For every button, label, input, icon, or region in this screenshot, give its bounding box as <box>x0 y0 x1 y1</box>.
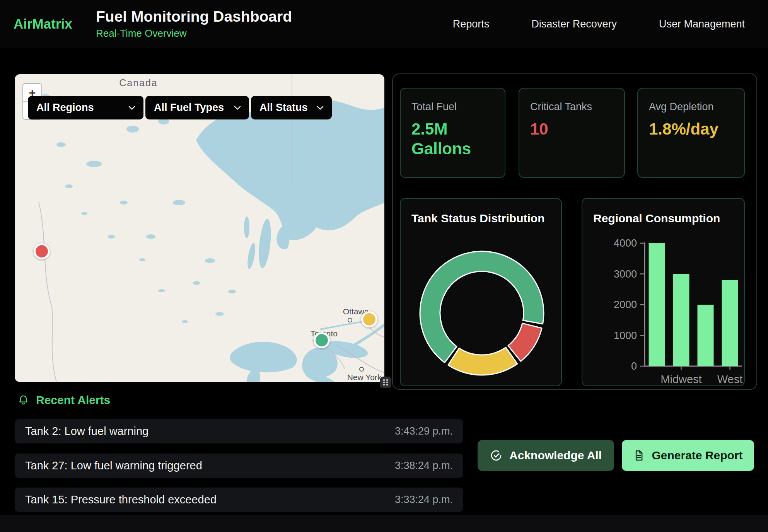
y-tick-label: 0 <box>631 360 637 372</box>
alert-text: Tank 27: Low fuel warning triggered <box>25 459 202 472</box>
footer-strip <box>0 515 768 532</box>
header: AirMatrix Fuel Monitoring Dashboard Real… <box>0 0 768 48</box>
generate-report-button[interactable]: Generate Report <box>622 440 754 471</box>
tank-marker-normal[interactable] <box>314 332 330 348</box>
tank-marker-warning[interactable] <box>361 311 377 327</box>
map-label-country: Canada <box>111 77 166 89</box>
nav-item-disaster-recovery[interactable]: Disaster Recovery <box>531 18 617 30</box>
alert-timestamp: 3:43:29 p.m. <box>395 425 453 437</box>
chevron-down-icon <box>234 106 241 110</box>
donut-chart-card: Tank Status Distribution <box>400 198 562 386</box>
alert-row[interactable]: Tank 2: Low fuel warning3:43:29 p.m. <box>15 419 463 443</box>
alert-row[interactable]: Tank 15: Pressure threshold exceeded3:33… <box>15 488 463 512</box>
stat-value: 2.5M Gallons <box>411 119 483 159</box>
nav-item-user-management[interactable]: User Management <box>659 18 745 30</box>
y-tick-label: 3000 <box>614 268 637 280</box>
check-circle-icon <box>490 449 502 462</box>
stat-label: Avg Depletion <box>649 101 733 113</box>
stat-card-total-fuel: Total Fuel2.5M Gallons <box>400 88 505 178</box>
page-title: Fuel Monitoring Dashboard <box>96 9 292 25</box>
grip-dots-icon <box>380 377 391 388</box>
donut-segment-warning <box>448 347 517 375</box>
regional-consumption-bar-chart: 01000200030004000MidwestWest <box>582 199 745 386</box>
map-label-city: New York <box>345 373 384 382</box>
acknowledge-all-button[interactable]: Acknowledge All <box>478 440 614 471</box>
nav-item-reports[interactable]: Reports <box>453 18 490 30</box>
alert-timestamp: 3:38:24 p.m. <box>395 460 453 472</box>
brand-logo[interactable]: AirMatrix <box>14 16 96 32</box>
acknowledge-all-label: Acknowledge All <box>509 449 602 462</box>
filter-dropdown-all-regions[interactable]: All Regions <box>28 96 143 119</box>
bar-region-1 <box>673 274 689 367</box>
bar-chart-card: Regional Consumption 01000200030004000Mi… <box>582 198 745 386</box>
stat-value: 10 <box>530 119 602 139</box>
stat-card-critical-tanks: Critical Tanks10 <box>519 88 625 178</box>
alerts-title: Recent Alerts <box>36 394 110 407</box>
alert-timestamp: 3:33:24 p.m. <box>395 494 453 506</box>
map-filters: All RegionsAll Fuel TypesAll Status <box>28 96 332 119</box>
x-tick-label: Midwest <box>660 373 701 385</box>
y-tick-label: 2000 <box>614 299 637 310</box>
filter-selected-value: All Status <box>259 102 308 114</box>
alert-text: Tank 15: Pressure threshold exceeded <box>25 493 217 506</box>
filter-dropdown-all-status[interactable]: All Status <box>251 96 332 119</box>
alert-row[interactable]: Tank 27: Low fuel warning triggered3:38:… <box>15 454 463 478</box>
filter-selected-value: All Fuel Types <box>154 102 224 114</box>
bar-region-3 <box>722 280 738 366</box>
main-nav: ReportsDisaster RecoveryUser Management <box>453 0 745 48</box>
generate-report-label: Generate Report <box>652 449 742 462</box>
document-icon <box>633 450 645 461</box>
alert-text: Tank 2: Low fuel warning <box>25 425 148 438</box>
stat-label: Total Fuel <box>411 101 494 113</box>
title-block: Fuel Monitoring Dashboard Real-Time Over… <box>96 9 292 39</box>
filter-selected-value: All Regions <box>36 102 94 114</box>
donut-segment-critical <box>508 323 542 361</box>
city-marker-icon <box>359 367 364 372</box>
map-panel[interactable]: + − All RegionsAll Fuel TypesAll Status … <box>15 74 384 382</box>
chevron-down-icon <box>316 106 324 110</box>
stat-value: 1.8%/day <box>649 119 720 139</box>
bar-region-0 <box>649 243 665 366</box>
y-tick-label: 4000 <box>614 237 637 249</box>
bell-icon <box>17 394 29 406</box>
x-tick-label: West <box>717 373 743 385</box>
resize-grip-icon[interactable] <box>380 377 391 388</box>
y-tick-label: 1000 <box>614 330 637 341</box>
stat-label: Critical Tanks <box>530 101 613 113</box>
bar-region-2 <box>698 305 714 366</box>
tank-status-donut-chart <box>401 199 562 386</box>
alerts-header: Recent Alerts <box>17 394 110 407</box>
analytics-panel: Total Fuel2.5M GallonsCritical Tanks10Av… <box>392 73 757 390</box>
chevron-down-icon <box>128 106 136 110</box>
page-subtitle: Real-Time Overview <box>96 27 292 39</box>
filter-dropdown-all-fuel-types[interactable]: All Fuel Types <box>145 96 249 119</box>
city-marker-icon <box>348 318 352 322</box>
tank-marker-critical[interactable] <box>34 243 50 259</box>
stat-card-avg-depletion: Avg Depletion1.8%/day <box>637 88 745 178</box>
